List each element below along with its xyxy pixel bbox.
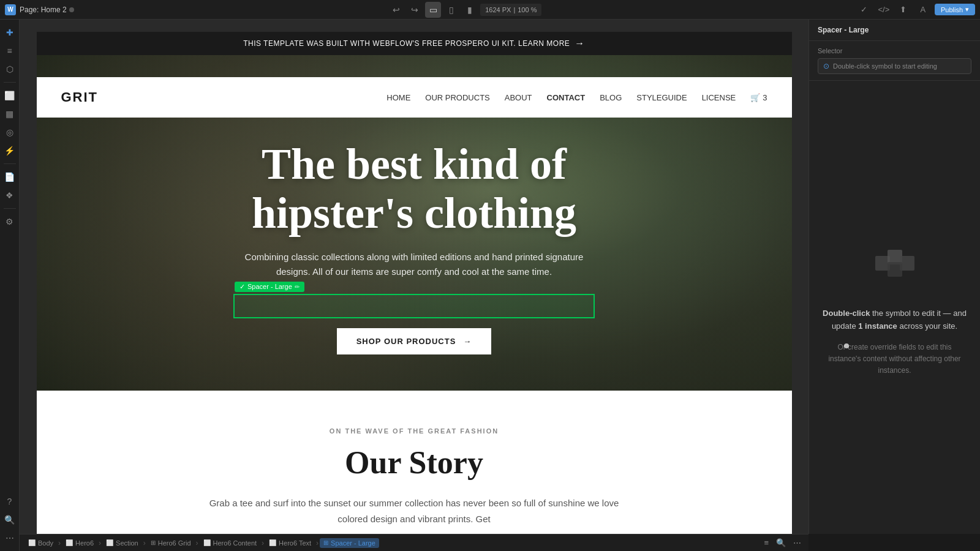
spacer-check-icon: ✓: [239, 283, 245, 291]
font-button[interactable]: A: [915, 2, 931, 18]
svg-rect-3: [888, 262, 902, 277]
toolbar-right: ✓ </> ⬆ A Publish ▾: [851, 2, 980, 18]
sidebar-search-icon[interactable]: 🔍: [2, 512, 18, 528]
bottom-more-icon[interactable]: ⋯: [791, 537, 804, 549]
sidebar-separator-2: [4, 163, 16, 164]
breadcrumb-hero6[interactable]: ⬜ Hero6: [62, 538, 97, 548]
device-tablet-button[interactable]: ▯: [443, 2, 459, 18]
breadcrumb-spacer-large[interactable]: ⊞ Spacer - Large: [320, 538, 379, 548]
cta-arrow-icon: →: [463, 337, 472, 346]
top-toolbar: W Page: Home 2 ↩ ↪ ▭ ▯ ▮ 1624 PX | 100 %…: [0, 0, 980, 20]
selector-label: Selector: [818, 47, 971, 54]
webflow-logo: W: [5, 4, 16, 15]
sidebar-pages-icon[interactable]: 📄: [2, 169, 18, 185]
sidebar-layers-icon[interactable]: ≡: [2, 43, 18, 59]
page-status-dot: [69, 7, 74, 12]
bottom-search-icon[interactable]: 🔍: [774, 537, 788, 549]
site-banner: THIS TEMPLATE WAS BUILT WITH WEBFLOW'S F…: [37, 32, 792, 55]
sidebar-more-icon[interactable]: ⋯: [2, 530, 18, 546]
hero-section: GRIT HOME OUR PRODUCTS ABOUT CONTACT BLO…: [37, 55, 792, 391]
text-icon: ⬜: [269, 539, 276, 546]
chevron-down-icon: ▾: [965, 6, 969, 13]
section-icon: ⬜: [106, 539, 113, 546]
canvas-scroll[interactable]: THIS TEMPLATE WAS BUILT WITH WEBFLOW'S F…: [20, 20, 809, 534]
site-logo: GRIT: [61, 89, 99, 105]
breadcrumb-sep-5: ›: [262, 539, 264, 547]
spacer-breadcrumb-icon: ⊞: [323, 539, 328, 546]
nav-links: HOME OUR PRODUCTS ABOUT CONTACT BLOG STY…: [386, 93, 767, 102]
grid-icon: ⊞: [151, 539, 156, 546]
spacer-label-badge: ✓ Spacer - Large ✏: [235, 282, 304, 292]
breadcrumb-sep-4: ›: [196, 539, 198, 547]
sidebar-members-icon[interactable]: ◎: [2, 124, 18, 140]
check-icon-button[interactable]: ✓: [856, 2, 872, 18]
sidebar-separator-3: [4, 208, 16, 209]
breadcrumb-sep-2: ›: [99, 539, 101, 547]
symbol-description: Double-click the symbol to edit it — and…: [821, 307, 968, 333]
bottom-bar: ⬜ Body › ⬜ Hero6 › ⬜ Section › ⊞ Hero6 G…: [20, 534, 809, 551]
breadcrumb-section[interactable]: ⬜ Section: [102, 538, 142, 548]
nav-license[interactable]: LICENSE: [702, 93, 736, 102]
banner-arrow-icon: →: [575, 38, 585, 49]
breadcrumb-hero6-text[interactable]: ⬜ Hero6 Text: [265, 538, 315, 548]
page-name: Page: Home 2: [20, 6, 74, 14]
banner-text: THIS TEMPLATE WAS BUILT WITH WEBFLOW'S F…: [243, 39, 570, 48]
device-desktop-button[interactable]: ▭: [425, 2, 441, 18]
selector-check-icon: ⊙: [823, 62, 829, 70]
nav-about[interactable]: ABOUT: [505, 93, 532, 102]
left-sidebar: ✚ ≡ ⬡ ⬜ ▦ ◎ ⚡ 📄 ❖ ⚙ ? 🔍 ⋯: [0, 20, 20, 551]
sidebar-logic-icon[interactable]: ⚡: [2, 143, 18, 159]
symbol-preview-area: Double-click the symbol to edit it — and…: [809, 81, 980, 534]
sidebar-help-icon[interactable]: ?: [2, 493, 18, 509]
breadcrumb-hero6-grid[interactable]: ⊞ Hero6 Grid: [147, 538, 195, 548]
selector-section: Selector ⊙ Double-click symbol to start …: [809, 41, 980, 81]
redo-button[interactable]: ↪: [407, 2, 423, 18]
spacer-large-element[interactable]: ✓ Spacer - Large ✏: [233, 294, 595, 318]
selector-input[interactable]: ⊙ Double-click symbol to start editing: [818, 58, 971, 74]
sidebar-separator-1: [4, 82, 16, 83]
breadcrumb-sep-6: ›: [316, 539, 318, 547]
nav-styleguide[interactable]: STYLEGUIDE: [636, 93, 687, 102]
spacer-edit-icon: ✏: [295, 283, 300, 290]
panel-header: Spacer - Large: [809, 20, 980, 41]
cart-count: 3: [763, 93, 767, 102]
dimension-display: 1624 PX | 100 %: [480, 4, 541, 16]
sidebar-cms-icon[interactable]: ⬜: [2, 88, 18, 103]
sidebar-components-icon[interactable]: ❖: [2, 187, 18, 203]
shop-products-button[interactable]: SHOP OUR PRODUCTS →: [337, 328, 492, 354]
nav-contact[interactable]: CONTACT: [547, 93, 586, 102]
sidebar-add-icon[interactable]: ✚: [2, 24, 18, 40]
canvas-area: THIS TEMPLATE WAS BUILT WITH WEBFLOW'S F…: [20, 20, 809, 534]
site-nav: GRIT HOME OUR PRODUCTS ABOUT CONTACT BLO…: [37, 77, 792, 118]
symbol-3d-icon: [870, 238, 919, 295]
nav-blog[interactable]: BLOG: [600, 93, 622, 102]
publish-button[interactable]: Publish ▾: [935, 4, 975, 15]
story-label: ON THE WAVE OF THE GREAT FASHION: [61, 427, 767, 435]
hero-title: The best kind of hipster's clothing: [252, 140, 576, 237]
cart-button[interactable]: 🛒 3: [750, 93, 767, 102]
sidebar-settings-icon[interactable]: ⚙: [2, 214, 18, 230]
nav-products[interactable]: OUR PRODUCTS: [425, 93, 489, 102]
breadcrumb-body[interactable]: ⬜ Body: [24, 538, 57, 548]
breadcrumb-sep-3: ›: [143, 539, 146, 547]
website-preview: THIS TEMPLATE WAS BUILT WITH WEBFLOW'S F…: [37, 32, 792, 534]
undo-button[interactable]: ↩: [388, 2, 404, 18]
toolbar-left: W Page: Home 2: [0, 4, 79, 15]
share-button[interactable]: ⬆: [895, 2, 911, 18]
body-icon: ⬜: [28, 539, 36, 546]
story-section: ON THE WAVE OF THE GREAT FASHION Our Sto…: [37, 391, 792, 534]
breadcrumb-hero6-content[interactable]: ⬜ Hero6 Content: [200, 538, 261, 548]
sidebar-assets-icon[interactable]: ⬡: [2, 61, 18, 77]
hero6-icon: ⬜: [66, 539, 73, 546]
bottom-bar-right: ≡ 🔍 ⋯: [761, 537, 804, 549]
content-icon: ⬜: [203, 539, 211, 546]
device-mobile-button[interactable]: ▮: [462, 2, 478, 18]
story-text: Grab a tee and surf into the sunset our …: [206, 495, 622, 527]
story-title: Our Story: [61, 444, 767, 481]
bottom-layers-icon[interactable]: ≡: [761, 537, 771, 549]
cart-icon: 🛒: [750, 93, 760, 102]
code-button[interactable]: </>: [876, 2, 892, 18]
nav-home[interactable]: HOME: [386, 93, 410, 102]
breadcrumb-sep-1: ›: [58, 539, 61, 547]
sidebar-ecom-icon[interactable]: ▦: [2, 106, 18, 122]
